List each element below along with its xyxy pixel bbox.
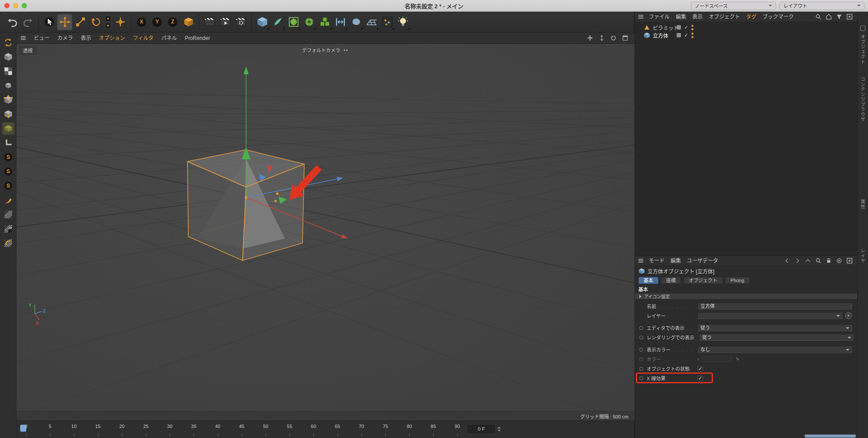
attribute-manager-menu-item-2[interactable]: ユーザデータ <box>684 256 721 266</box>
dropdown[interactable]: なし <box>697 346 852 353</box>
view-label[interactable]: 透視 <box>19 46 37 55</box>
uv-mode-button[interactable] <box>2 79 15 92</box>
frame-stepper[interactable] <box>496 425 502 433</box>
viewport-menu-item-5[interactable]: パネル <box>158 33 181 44</box>
render-settings-button[interactable] <box>233 14 249 30</box>
render-view-button[interactable] <box>202 14 217 30</box>
nodespace-dropdown[interactable]: ノードスペース <box>691 2 776 10</box>
layer-toggle[interactable] <box>677 33 681 37</box>
icon-settings-group[interactable]: アイコン設定 <box>635 293 857 300</box>
light-button[interactable] <box>395 14 411 30</box>
texture-axis-button[interactable] <box>2 237 15 250</box>
dock-icon[interactable] <box>860 26 865 31</box>
track-icon[interactable] <box>836 257 842 264</box>
model-mode-button[interactable] <box>2 50 15 63</box>
horizontal-scrollbar[interactable] <box>805 435 856 438</box>
attribute-manager-menu-item-1[interactable]: 編集 <box>667 256 684 266</box>
object-row[interactable]: ピラミッド✓ <box>635 23 857 31</box>
render-picture-viewer-button[interactable] <box>217 14 233 30</box>
visibility-dots[interactable] <box>691 33 694 38</box>
lock-icon[interactable] <box>825 257 832 264</box>
viewport-menu-item-2[interactable]: 表示 <box>77 33 95 44</box>
enable-axis-button[interactable] <box>2 136 15 149</box>
orbit-icon[interactable] <box>610 35 617 41</box>
edges-mode-button[interactable] <box>2 108 15 121</box>
tab-2[interactable]: オブジェクト <box>684 277 723 284</box>
spline-pen-button[interactable] <box>270 14 286 30</box>
pan-icon[interactable] <box>587 35 593 41</box>
keyframe-dot[interactable] <box>639 376 643 380</box>
workplane-planar-button[interactable] <box>2 222 15 235</box>
viewport-menu-item-1[interactable]: カメラ <box>53 33 77 44</box>
dock-tab-1[interactable]: コンテンツブラウザ <box>860 77 866 122</box>
redo-button[interactable] <box>20 14 36 30</box>
dock-tab-2[interactable]: 属性 <box>860 199 866 209</box>
viewport-menu-item-0[interactable]: ビュー <box>30 33 53 44</box>
layer-toggle[interactable] <box>677 25 681 30</box>
viewport-scene[interactable]: Y Z X <box>16 44 635 411</box>
live-selection-button[interactable] <box>41 14 57 30</box>
layer-picker-button[interactable] <box>845 312 852 319</box>
move-button[interactable] <box>57 14 72 30</box>
keyframe-dot[interactable] <box>639 326 643 330</box>
checkbox[interactable] <box>697 375 703 381</box>
connector-button[interactable] <box>332 14 348 30</box>
object-manager-menu-item-2[interactable]: 表示 <box>689 12 706 22</box>
tab-1[interactable]: 座標 <box>661 277 681 284</box>
keyframe-dot[interactable] <box>639 348 643 352</box>
points-mode-button[interactable] <box>2 93 15 106</box>
scale-button[interactable] <box>72 14 88 30</box>
volume-button[interactable] <box>348 14 364 30</box>
array-button[interactable] <box>317 14 332 30</box>
generator-button[interactable] <box>301 14 317 30</box>
search-icon[interactable] <box>815 13 822 20</box>
viewport-menu-item-4[interactable]: フィルタ <box>129 33 158 44</box>
object-manager-menu-item-3[interactable]: オブジェクト <box>706 12 743 22</box>
home-icon[interactable] <box>825 13 832 20</box>
dropdown[interactable]: 従う <box>699 334 854 341</box>
timeline[interactable]: 0 F 051015202530354045505560657075808590 <box>16 421 635 438</box>
floor-button[interactable] <box>364 14 379 30</box>
zoom-icon[interactable] <box>598 35 605 41</box>
snap-enable-button[interactable]: S <box>2 151 15 164</box>
maximize-icon[interactable] <box>622 35 628 41</box>
minimize-button[interactable] <box>13 3 18 8</box>
workplane-lock-button[interactable] <box>2 208 15 221</box>
coordinate-system-button[interactable] <box>181 14 196 30</box>
camera-label[interactable]: デフォルトカメラ <box>302 46 349 53</box>
lock-z-button[interactable]: Z <box>165 14 181 30</box>
object-manager-menu-item-4[interactable]: タグ <box>743 12 760 22</box>
keyframe-dot[interactable] <box>639 336 643 339</box>
lock-y-button[interactable]: Y <box>149 14 165 30</box>
viewport-menu-item-3[interactable]: オプション <box>95 33 129 44</box>
attribute-manager-menu-item-0[interactable]: モード <box>646 256 667 266</box>
rotate-button[interactable] <box>88 14 104 30</box>
frame-field[interactable]: 0 F <box>468 425 495 433</box>
dock-tab-3[interactable]: レイヤ <box>860 248 866 263</box>
add-icon[interactable] <box>846 13 853 20</box>
object-manager-menu-item-1[interactable]: 編集 <box>673 12 689 22</box>
camera-move-icon[interactable] <box>342 47 349 53</box>
make-editable-button[interactable] <box>2 36 15 49</box>
new-panel-icon[interactable] <box>846 257 853 264</box>
brush-button[interactable] <box>2 194 15 207</box>
object-manager-menu-item-5[interactable]: ブックマーク <box>760 12 797 22</box>
checkbox[interactable] <box>697 366 703 372</box>
dock-tab-0[interactable]: オブジェクト <box>860 34 866 64</box>
particles-button[interactable] <box>379 14 395 30</box>
step-up-icon[interactable] <box>497 427 501 428</box>
step-down-icon[interactable] <box>497 430 501 431</box>
keyframe-dot[interactable] <box>639 357 643 361</box>
panel-menu-icon[interactable] <box>638 13 644 20</box>
search-icon[interactable] <box>815 257 822 264</box>
enabled-check-icon[interactable]: ✓ <box>684 33 688 37</box>
polygons-mode-button[interactable] <box>2 122 15 135</box>
text-input[interactable]: 立方体 <box>697 303 852 310</box>
quantize-button[interactable]: S <box>2 179 15 192</box>
viewport-menu-icon[interactable] <box>20 35 26 41</box>
tab-3[interactable]: Phong <box>725 277 750 284</box>
parent-icon[interactable] <box>805 257 811 264</box>
subdivision-surface-button[interactable] <box>286 14 301 30</box>
dropdown[interactable] <box>697 312 842 319</box>
viewport[interactable]: Y Z X 透視 デフォルトカメラ グリッド間隔 : 500 cm <box>16 44 635 421</box>
